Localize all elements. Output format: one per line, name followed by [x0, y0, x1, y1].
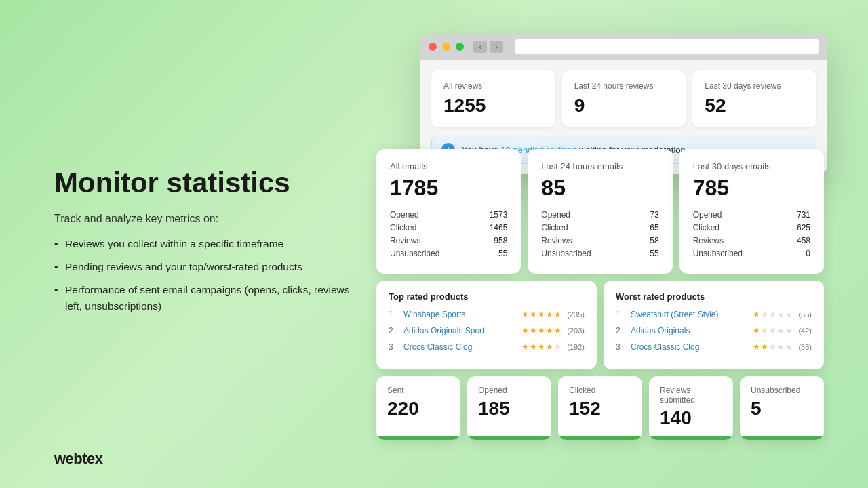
- bullet-item-2: Pending reviews and your top/worst-rated…: [54, 259, 366, 275]
- top-product-1-count: (235): [567, 310, 585, 319]
- top-product-1-stars: ★★★★★: [521, 310, 561, 319]
- last30-emails-card: Last 30 days emails 785 Opened 731 Click…: [679, 149, 824, 274]
- clicked-label: Clicked: [569, 386, 631, 395]
- last24-reviews-card: Last 24 hours reviews 9: [562, 70, 686, 127]
- clicked-card: Clicked 152: [558, 376, 642, 440]
- unsubscribed-bar: [740, 436, 824, 440]
- page-heading: Monitor statistics: [54, 167, 366, 199]
- all-emails-label: All emails: [390, 161, 507, 171]
- clicked-bar: [558, 436, 642, 440]
- bullet-item-3: Performance of sent email campaigns (ope…: [54, 282, 366, 314]
- last30-reviews-label: Last 30 days reviews: [705, 81, 804, 91]
- opened-card: Opened 185: [467, 376, 551, 440]
- worst-product-2-link[interactable]: Adidas Originals: [631, 326, 747, 336]
- worst-product-3: 3 Crocs Classic Clog ★★★★★ (33): [616, 342, 812, 352]
- worst-product-1-stars: ★★★★★: [753, 310, 793, 319]
- reviews-submitted-label: Reviews submitted: [660, 386, 722, 405]
- all-emails-value: 1785: [390, 176, 507, 201]
- worst-product-1-link[interactable]: Sweatshirt (Street Style): [631, 310, 747, 319]
- sent-label: Sent: [387, 386, 450, 395]
- last24-emails-value: 85: [541, 176, 658, 201]
- worst-rated-title: Worst rated products: [616, 291, 812, 302]
- sent-bar: [376, 436, 460, 440]
- top-product-3-stars: ★★★★★: [521, 342, 561, 352]
- review-stats-row: All reviews 1255 Last 24 hours reviews 9…: [431, 70, 816, 127]
- worst-product-2-count: (42): [798, 327, 812, 335]
- clicked-value: 152: [569, 398, 631, 420]
- last30-emails-label: Last 30 days emails: [693, 161, 810, 171]
- last24-emails-card: Last 24 hours emails 85 Opened 73 Clicke…: [528, 149, 672, 274]
- all-reviews-value: 1255: [443, 95, 543, 117]
- last30-reviews-card: Last 30 days reviews 52: [692, 70, 816, 127]
- opened-bar: [467, 436, 551, 440]
- last24-reviews-label: Last 24 hours reviews: [574, 81, 674, 91]
- opened-value: 185: [478, 398, 540, 420]
- maximize-button[interactable]: [456, 43, 464, 51]
- unsubscribed-label: Unsubscribed: [751, 386, 813, 395]
- worst-product-2-stars: ★★★★★: [753, 326, 793, 336]
- all-emails-unsub: Unsubscribed 55: [390, 249, 507, 258]
- nav-buttons: ‹ ›: [473, 41, 503, 53]
- all-emails-reviews: Reviews 958: [390, 236, 507, 245]
- worst-product-3-count: (33): [798, 343, 812, 351]
- top-product-2-count: (203): [567, 327, 585, 335]
- top-rated-title: Top rated products: [389, 291, 585, 302]
- unsubscribed-card: Unsubscribed 5: [740, 376, 824, 440]
- top-product-3: 3 Crocs Classic Clog ★★★★★ (192): [389, 342, 585, 352]
- reviews-submitted-value: 140: [660, 407, 722, 429]
- all-reviews-card: All reviews 1255: [431, 70, 555, 127]
- last30-reviews-value: 52: [705, 95, 804, 117]
- last30-emails-value: 785: [693, 176, 810, 201]
- reviews-submitted-bar: [649, 436, 733, 440]
- top-product-1-link[interactable]: Winshape Sports: [403, 310, 516, 319]
- last24-reviews-value: 9: [574, 95, 674, 117]
- bullet-item-1: Reviews you collect within a specific ti…: [54, 236, 366, 252]
- bullet-list: Reviews you collect within a specific ti…: [54, 236, 366, 314]
- top-product-1: 1 Winshape Sports ★★★★★ (235): [389, 310, 585, 319]
- worst-product-1: 1 Sweatshirt (Street Style) ★★★★★ (55): [616, 310, 812, 319]
- subtitle: Track and analyze key metrics on:: [54, 213, 366, 225]
- worst-product-3-stars: ★★★★★: [753, 342, 793, 352]
- worst-product-3-link[interactable]: Crocs Classic Clog: [631, 342, 747, 352]
- opened-label: Opened: [478, 386, 540, 395]
- logo: webtex: [54, 450, 103, 468]
- unsubscribed-value: 5: [751, 398, 813, 420]
- address-bar[interactable]: [515, 39, 819, 54]
- email-cards-row: All emails 1785 Opened 1573 Clicked 1465…: [376, 149, 824, 274]
- top-product-3-count: (192): [567, 343, 585, 351]
- worst-product-2: 2 Adidas Originals ★★★★★ (42): [616, 326, 812, 336]
- forward-button[interactable]: ›: [490, 41, 503, 53]
- reviews-submitted-card: Reviews submitted 140: [649, 376, 733, 440]
- minimize-button[interactable]: [442, 43, 450, 51]
- top-product-2-link[interactable]: Adidas Originals Sport: [403, 326, 516, 336]
- top-rated-card: Top rated products 1 Winshape Sports ★★★…: [376, 281, 597, 369]
- worst-rated-card: Worst rated products 1 Sweatshirt (Stree…: [604, 281, 824, 369]
- left-panel: Monitor statistics Track and analyze key…: [54, 167, 366, 321]
- overlay-cards: All emails 1785 Opened 1573 Clicked 1465…: [376, 149, 824, 440]
- top-product-2: 2 Adidas Originals Sport ★★★★★ (203): [389, 326, 585, 336]
- close-button[interactable]: [429, 43, 437, 51]
- top-product-2-stars: ★★★★★: [521, 326, 561, 336]
- all-emails-opened: Opened 1573: [390, 210, 507, 220]
- all-emails-card: All emails 1785 Opened 1573 Clicked 1465…: [376, 149, 521, 274]
- sent-card: Sent 220: [376, 376, 460, 440]
- all-reviews-label: All reviews: [443, 81, 543, 91]
- titlebar: ‹ ›: [420, 34, 827, 60]
- last24-emails-label: Last 24 hours emails: [541, 161, 658, 171]
- bottom-metric-cards: Sent 220 Opened 185 Clicked 152 Reviews …: [376, 376, 824, 440]
- top-product-3-link[interactable]: Crocs Classic Clog: [403, 342, 516, 352]
- sent-value: 220: [387, 398, 450, 420]
- worst-product-1-count: (55): [798, 310, 812, 319]
- back-button[interactable]: ‹: [473, 41, 487, 53]
- all-emails-clicked: Clicked 1465: [390, 223, 507, 232]
- products-row: Top rated products 1 Winshape Sports ★★★…: [376, 281, 824, 369]
